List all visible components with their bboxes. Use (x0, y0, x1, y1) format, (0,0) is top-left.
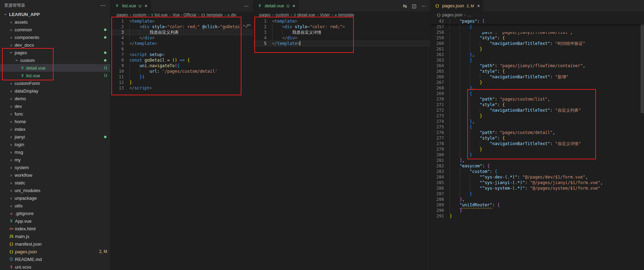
code-line-281[interactable]: 281], (431, 158, 644, 163)
code-line-269[interactable]: 269{ (431, 91, 644, 96)
code-line-291[interactable]: 291} (431, 213, 644, 219)
chevron-collapsed-icon[interactable]: › (8, 119, 14, 124)
tree-item-detail.vue[interactable]: Vdetail.vueU (0, 64, 110, 72)
more-actions-icon[interactable]: ⋯ (421, 3, 426, 9)
tree-item-my[interactable]: ›my (0, 156, 110, 164)
code-line-289[interactable]: 289"uniIdRouter": { (431, 202, 644, 208)
code-line-8[interactable]: 8const goDetail = () => { (111, 57, 253, 63)
code-line-276[interactable]: 276"path": "pages/custom/detail", (431, 130, 644, 135)
breadcrumb-item-pages[interactable]: pages (259, 13, 271, 17)
code-line-10[interactable]: 10url: '/pages/custom/detail' (111, 69, 253, 74)
scrollbar-thumb[interactable] (641, 18, 644, 113)
code-line-277[interactable]: 277"style": { (431, 135, 644, 141)
chevron-collapsed-icon[interactable]: › (8, 111, 14, 117)
close-icon[interactable]: × (144, 3, 147, 9)
code-line-266[interactable]: 266"navigationBarTitleText": "新增" (431, 74, 644, 80)
breadcrumb-item-custom[interactable]: custom (133, 13, 146, 17)
code-editor[interactable]: 1<template>2<div style="color: red;">3我是… (253, 18, 430, 270)
tab-list-vue[interactable]: V list.vue U × (111, 0, 151, 11)
code-line-290[interactable]: 290} (431, 208, 644, 213)
tab-detail-vue[interactable]: V detail.vue U × (253, 0, 299, 11)
tree-item-dev_docs[interactable]: ›dev_docs (0, 41, 110, 49)
code-line-4[interactable]: 4</div> (253, 35, 430, 41)
code-line-6[interactable]: 6 (111, 46, 253, 52)
chevron-collapsed-icon[interactable]: › (8, 173, 14, 178)
chevron-collapsed-icon[interactable]: › (8, 196, 14, 201)
code-line-286[interactable]: 286"^sys-system-(.*)": "@/pages/system/$… (431, 185, 644, 191)
tree-item-custom[interactable]: ›custom (0, 56, 110, 64)
tree-item-.gitignore[interactable]: ◆.gitignore (0, 209, 110, 217)
code-line-285[interactable]: 285"^sys-jianyi-(.*)": "@/pages/jianyi/$… (431, 180, 644, 185)
tree-item-utils[interactable]: ›utils (0, 202, 110, 209)
code-line-2[interactable]: 2<div style="color: red;" @click="goDeta… (111, 24, 253, 30)
tree-item-uni.scss[interactable]: Suni.scss (0, 263, 110, 270)
tree-item-home[interactable]: ›home (0, 118, 110, 125)
chevron-collapsed-icon[interactable]: › (8, 19, 14, 25)
chevron-expanded-icon[interactable]: › (3, 11, 8, 17)
tree-item-assets[interactable]: ›assets (0, 18, 110, 26)
chevron-collapsed-icon[interactable]: › (8, 35, 14, 40)
breadcrumb-item-list.vue[interactable]: Vlist.vue (151, 13, 167, 17)
chevron-collapsed-icon[interactable]: › (8, 42, 14, 48)
tree-item-demo[interactable]: ›demo (0, 95, 110, 102)
tree-item-components[interactable]: ›components (0, 33, 110, 41)
breadcrumb-item-template[interactable]: ⊙template (335, 13, 354, 17)
code-line-42[interactable]: 42"pages": [ (431, 18, 644, 24)
code-line-268[interactable]: 268}, (431, 85, 644, 91)
code-line-272[interactable]: 272"navigationBarTitleText": "自定义列表" (431, 108, 644, 113)
code-line-284[interactable]: 284"^sys-dev-(.*)": "@/pages/dev/$1/form… (431, 174, 644, 180)
tree-item-dataDisplay[interactable]: ›dataDisplay (0, 87, 110, 95)
tree-item-manifest.json[interactable]: {}manifest.json (0, 240, 110, 248)
breadcrumb-item-template[interactable]: {}template (201, 13, 223, 17)
tree-item-common[interactable]: ›common (0, 26, 110, 33)
more-actions-icon[interactable]: ⋯ (100, 2, 106, 9)
breadcrumb-item-detail.vue[interactable]: Vdetail.vue (294, 13, 315, 17)
code-editor[interactable]: 1<template>2<div style="color: red;" @cl… (111, 18, 253, 270)
code-line-267[interactable]: 267} (431, 80, 644, 85)
chevron-collapsed-icon[interactable]: › (8, 165, 14, 170)
code-line-278[interactable]: 278"navigationBarTitleText": "自定义详情" (431, 141, 644, 146)
tree-item-static[interactable]: ›static (0, 179, 110, 186)
chevron-collapsed-icon[interactable]: › (8, 127, 14, 132)
code-line-3[interactable]: 3我是自定义列表 (111, 30, 253, 35)
tree-item-LEARUN_APP[interactable]: ›LEARUN_APP (0, 10, 110, 18)
tree-item-system[interactable]: ›system (0, 164, 110, 171)
code-line-262[interactable]: 262}, (431, 52, 644, 57)
code-line-258[interactable]: 258"path": "pages/jianyi/flowTime/list", (431, 30, 644, 35)
split-editor-icon[interactable]: ◫ (412, 3, 416, 9)
code-line-9[interactable]: 9uni.navigateTo({ (111, 63, 253, 69)
code-line-13[interactable]: 13</script> (111, 85, 253, 91)
tree-item-unpackage[interactable]: ›unpackage (0, 194, 110, 202)
breadcrumb-item-Vue - Official[interactable]: Vue - Official (173, 13, 196, 17)
code-line-280[interactable]: 280} (431, 152, 644, 158)
tree-item-index[interactable]: ›index (0, 125, 110, 133)
chevron-collapsed-icon[interactable]: › (8, 180, 14, 185)
code-line-261[interactable]: 261} (431, 46, 644, 52)
tree-item-customForm[interactable]: ›customForm (0, 79, 110, 87)
code-line-264[interactable]: 264"path": "pages/jianyi/flowTime/contai… (431, 63, 644, 69)
breadcrumb-item-div[interactable]: ⊙div (228, 13, 236, 17)
tree-item-login[interactable]: ›login (0, 141, 110, 148)
code-line-283[interactable]: 283"custom": { (431, 169, 644, 174)
breadcrumb-item-Vuter[interactable]: Vuter (320, 13, 330, 17)
breadcrumb-item-…[interactable]: … (467, 13, 471, 17)
breadcrumb-item-pages.json[interactable]: {}pages.json (437, 13, 462, 17)
tree-item-main.js[interactable]: JSmain.js (0, 232, 110, 240)
open-changes-icon[interactable]: ⇆ (403, 3, 407, 9)
chevron-collapsed-icon[interactable]: › (8, 142, 14, 147)
tree-item-index.html[interactable]: <>index.html (0, 225, 110, 232)
chevron-collapsed-icon[interactable]: › (8, 27, 14, 32)
sticky-scroll-line[interactable]: 42"pages": [ (431, 18, 644, 24)
code-line-11[interactable]: 11}) (111, 74, 253, 80)
code-line-270[interactable]: 270"path": "pages/custom/list", (431, 96, 644, 102)
code-line-4[interactable]: 4</div> (111, 35, 253, 41)
tree-item-jianyi[interactable]: ›jianyi (0, 133, 110, 141)
chevron-collapsed-icon[interactable]: › (8, 104, 14, 109)
breadcrumb-item-pages[interactable]: pages (117, 13, 128, 17)
chevron-expanded-icon[interactable]: › (9, 50, 14, 55)
code-line-257[interactable]: 257{ (431, 24, 644, 30)
chevron-collapsed-icon[interactable]: › (8, 157, 14, 162)
code-line-259[interactable]: 259"style": { (431, 35, 644, 41)
code-line-271[interactable]: 271"style": { (431, 102, 644, 108)
chevron-collapsed-icon[interactable]: › (8, 203, 14, 208)
